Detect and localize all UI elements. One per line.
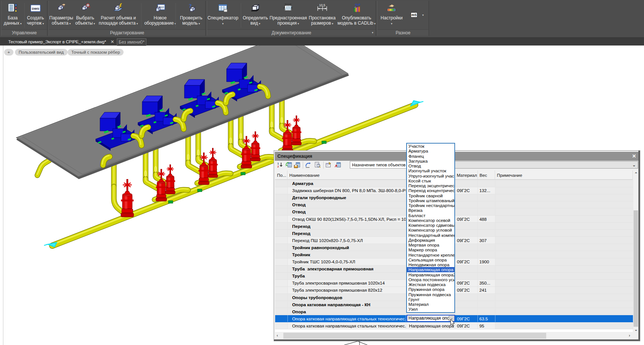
- svg-text:2: 2: [277, 165, 279, 168]
- svg-text:DWG: DWG: [32, 7, 39, 10]
- svg-text:10,5: 10,5: [319, 3, 326, 7]
- svg-text:CLP: CLP: [355, 3, 360, 6]
- svg-text:1: 1: [277, 162, 279, 165]
